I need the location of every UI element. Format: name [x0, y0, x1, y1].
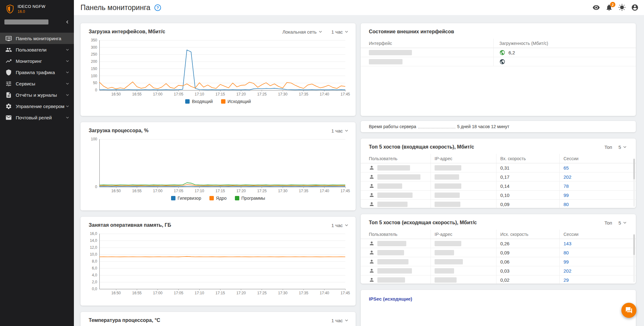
sidebar-item-dashboard[interactable]: Панель мониторинга — [0, 33, 74, 44]
sidebar-item-server-management[interactable]: Управление сервером — [0, 101, 74, 112]
speed-value: 0,14 — [496, 182, 559, 190]
svg-text:100: 100 — [91, 137, 97, 141]
legend-item: Входящий — [185, 99, 213, 104]
table-row — [361, 57, 636, 66]
sidebar-item-services[interactable]: Сервисы — [0, 78, 74, 89]
legend-swatch — [235, 196, 239, 200]
sidebar-item-mail-relay[interactable]: Почтовый релей — [0, 112, 74, 123]
card-title: Загрузка интерфейсов, Мбит/с — [89, 29, 165, 35]
sessions-link[interactable]: 65 — [564, 165, 569, 171]
ipsec-title[interactable]: IPSec (исходящие) — [369, 296, 412, 302]
top-count-label: Топ — [604, 220, 612, 225]
svg-text:8,0: 8,0 — [92, 259, 97, 264]
svg-text:50: 50 — [93, 81, 97, 85]
svg-text:17:30: 17:30 — [278, 291, 287, 295]
table-row: 0,17 202 — [361, 172, 636, 182]
svg-text:17:35: 17:35 — [299, 92, 308, 96]
scrollbar-thumb[interactable] — [633, 234, 635, 255]
chevron-down-icon — [65, 58, 70, 64]
svg-text:17:35: 17:35 — [299, 189, 308, 193]
sessions-link[interactable]: 80 — [564, 202, 569, 207]
column-header-user: Пользователь — [361, 154, 430, 163]
period-select[interactable]: 1 час — [331, 128, 349, 133]
account-button[interactable] — [631, 3, 639, 12]
redacted-user — [377, 259, 408, 264]
sessions-link[interactable]: 99 — [564, 193, 569, 198]
table-row: 0,10 99 — [361, 191, 636, 200]
top-incoming-table: Пользователь IP-адрес Вх. скорость Сесси… — [361, 154, 636, 208]
svg-text:17:20: 17:20 — [236, 92, 246, 96]
user-icon — [369, 192, 375, 198]
svg-text:17:30: 17:30 — [278, 92, 287, 96]
sidebar-item-label: Почтовый релей — [16, 115, 52, 120]
sidebar-item-users[interactable]: Пользователи — [0, 44, 74, 55]
redacted-user — [377, 165, 410, 171]
top-count-select[interactable]: 5 — [619, 220, 628, 225]
chevron-down-icon — [344, 128, 349, 133]
chevron-down-icon — [622, 220, 628, 225]
svg-text:0,0: 0,0 — [92, 287, 97, 291]
period-select[interactable]: 1 час — [331, 222, 349, 228]
table-row: 0,09 80 — [361, 248, 636, 257]
chevron-down-icon — [65, 81, 70, 86]
sessions-link[interactable]: 143 — [564, 241, 571, 246]
table-row: 0,06 99 — [361, 257, 636, 266]
chevron-down-icon — [65, 70, 70, 75]
sidebar-item-label: Отчёты и журналы — [16, 92, 57, 98]
card-title: Состояние внешних интерфейсов — [369, 29, 454, 35]
sessions-link[interactable]: 202 — [564, 268, 571, 274]
svg-text:6,0: 6,0 — [92, 266, 97, 270]
redacted-user — [377, 183, 402, 189]
eye-button[interactable] — [592, 3, 600, 12]
brand: IDECO NGFW 16.0 — [0, 0, 74, 15]
column-header-ip: IP-адрес — [430, 154, 496, 163]
speed-value: 0,17 — [496, 172, 559, 181]
sidebar-item-reports[interactable]: Отчёты и журналы — [0, 89, 74, 101]
network-select[interactable]: Локальная сеть — [282, 29, 323, 35]
redacted-ip — [435, 268, 454, 274]
users-icon — [5, 46, 12, 53]
svg-text:100: 100 — [91, 74, 97, 78]
svg-text:17:20: 17:20 — [236, 291, 246, 295]
speed-value: 0,09 — [496, 200, 559, 208]
interfaces-chart: 05010015020025030035016:5016:5517:0017:0… — [83, 37, 350, 98]
svg-text:17:00: 17:00 — [153, 291, 163, 295]
redacted-ip — [435, 277, 457, 283]
help-icon[interactable]: ? — [154, 4, 161, 11]
svg-text:17:30: 17:30 — [278, 189, 287, 193]
right-column: Состояние внешних интерфейсов Интерфейс … — [361, 23, 636, 326]
sessions-link[interactable]: 99 — [564, 259, 569, 264]
sessions-link[interactable]: 78 — [564, 183, 569, 189]
sidebar-collapse-button[interactable] — [64, 19, 71, 25]
scrollbar-thumb[interactable] — [633, 159, 635, 179]
interface-load-value: 6,2 — [508, 50, 515, 55]
memory-chart: 0,02,04,06,08,010,012,014,016,016:5016:5… — [83, 231, 350, 297]
top-count-select[interactable]: 5 — [619, 144, 628, 150]
sessions-link[interactable]: 202 — [564, 174, 571, 180]
svg-text:17:00: 17:00 — [153, 189, 163, 193]
table-row: 0,14 78 — [361, 182, 636, 191]
sidebar-item-label: Панель мониторинга — [16, 36, 61, 41]
period-select[interactable]: 1 час — [331, 318, 349, 323]
support-chat-fab[interactable] — [621, 303, 636, 318]
redacted-ip — [435, 202, 460, 207]
speed-value: 0,06 — [496, 257, 559, 266]
sessions-link[interactable]: 29 — [564, 277, 569, 283]
notifications-button[interactable]: 2 — [605, 3, 613, 12]
redacted-ip — [435, 241, 461, 246]
speed-value: 0,10 — [496, 191, 559, 199]
svg-text:17:45: 17:45 — [341, 189, 350, 193]
column-header-user: Пользователь — [361, 230, 430, 239]
period-select[interactable]: 1 час — [331, 29, 349, 35]
sidebar-item-traffic-rules[interactable]: Правила трафика — [0, 67, 74, 78]
globe-up-icon — [499, 50, 505, 56]
svg-text:16,0: 16,0 — [90, 231, 97, 236]
chart-line-icon — [5, 58, 12, 64]
svg-text:16:55: 16:55 — [132, 291, 142, 295]
theme-toggle-button[interactable] — [618, 3, 626, 12]
sidebar-user-row — [0, 18, 74, 26]
external-interfaces-table: Интерфейс Загруженность (Мбит/с) 6,2 — [361, 39, 636, 66]
sessions-link[interactable]: 80 — [564, 250, 569, 255]
sidebar-item-monitoring[interactable]: Мониторинг — [0, 55, 74, 67]
speed-value: 0,09 — [496, 248, 559, 257]
